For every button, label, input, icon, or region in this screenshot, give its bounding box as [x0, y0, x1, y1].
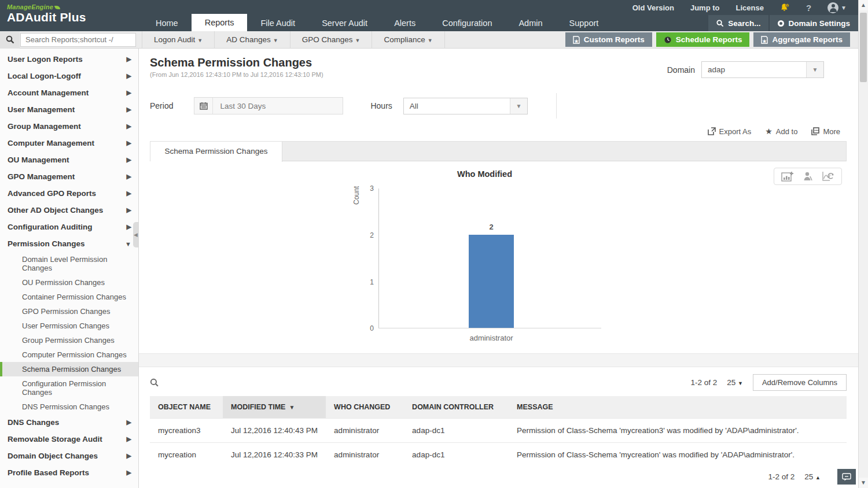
- global-search-button[interactable]: Search...: [708, 15, 768, 31]
- column-header-message[interactable]: MESSAGE: [509, 396, 847, 419]
- column-header-modified-time[interactable]: MODIFIED TIME▼: [223, 396, 326, 419]
- sidebar-item-computer-management[interactable]: Computer Management▶: [0, 135, 138, 151]
- report-search-icon[interactable]: [0, 31, 20, 49]
- period-value: Last 30 Days: [213, 102, 273, 110]
- nav-file-audit[interactable]: File Audit: [247, 15, 308, 31]
- section-divider: [139, 353, 858, 367]
- sidebar-item-schema-permission-changes[interactable]: Schema Permission Changes: [0, 362, 138, 376]
- sidebar-item-ou-permission-changes[interactable]: OU Permission Changes: [0, 275, 138, 290]
- export-as-button[interactable]: Export As: [708, 127, 752, 136]
- y-tick: 1: [362, 278, 374, 286]
- add-chart-icon[interactable]: [781, 171, 794, 182]
- user-menu[interactable]: ▼: [821, 2, 854, 13]
- domain-label: Domain: [667, 65, 695, 75]
- manageengine-logo-text: ManageEngine: [7, 3, 53, 10]
- menu-logon-audit[interactable]: Logon Audit▼: [142, 31, 214, 49]
- sidebar-item-computer-permission-changes[interactable]: Computer Permission Changes: [0, 347, 138, 362]
- license-link[interactable]: License: [729, 3, 771, 12]
- sidebar-item-gpo-permission-changes[interactable]: GPO Permission Changes: [0, 304, 138, 319]
- column-header-domain-controller[interactable]: DOMAIN CONTROLLER: [404, 396, 509, 419]
- jump-to-link[interactable]: Jump to: [683, 3, 727, 12]
- nav-home[interactable]: Home: [142, 15, 192, 31]
- sidebar-item-ou-management[interactable]: OU Management▶: [0, 151, 138, 168]
- page-size-select-bottom[interactable]: 25 ▲: [804, 472, 821, 481]
- scroll-down-icon[interactable]: ▼: [859, 478, 868, 488]
- page-size-select-top[interactable]: 25 ▼: [727, 378, 743, 387]
- menu-gpo-changes[interactable]: GPO Changes▼: [290, 31, 372, 49]
- sidebar-item-group-permission-changes[interactable]: Group Permission Changes: [0, 333, 138, 347]
- sidebar-item-other-ad-object-changes[interactable]: Other AD Object Changes▶: [0, 202, 138, 219]
- column-header-object-name[interactable]: OBJECT NAME: [150, 396, 223, 419]
- menu-compliance[interactable]: Compliance▼: [372, 31, 444, 49]
- triangle-down-icon: ▼: [738, 380, 743, 386]
- sidebar-collapse-handle[interactable]: ◀: [133, 222, 138, 247]
- sidebar-item-configuration-auditing[interactable]: Configuration Auditing▶: [0, 219, 138, 235]
- user-chart-icon[interactable]: [803, 171, 813, 182]
- chevron-down-icon: ▼: [806, 62, 823, 77]
- sidebar-item-gpo-management[interactable]: GPO Management▶: [0, 168, 138, 185]
- sidebar-item-user-logon-reports[interactable]: User Logon Reports▶: [0, 51, 138, 68]
- svg-text:0: 0: [786, 4, 788, 8]
- nav-admin[interactable]: Admin: [505, 15, 556, 31]
- sidebar-item-domain-level-permission-changes[interactable]: Domain Level Permission Changes: [0, 252, 138, 275]
- more-icon: [811, 127, 819, 135]
- nav-support[interactable]: Support: [556, 15, 612, 31]
- add-remove-columns-button[interactable]: Add/Remove Columns: [753, 374, 847, 391]
- sidebar-item-advanced-gpo-reports[interactable]: Advanced GPO Reports▶: [0, 185, 138, 202]
- feedback-chat-button[interactable]: [837, 469, 856, 485]
- divider: [556, 93, 557, 119]
- menu-ad-changes[interactable]: AD Changes▼: [214, 31, 289, 49]
- chevron-right-icon: ▶: [127, 435, 131, 443]
- refresh-chart-icon[interactable]: [822, 171, 834, 182]
- star-icon: ★: [765, 127, 773, 136]
- chevron-right-icon: ▶: [127, 89, 131, 97]
- sidebar-item-user-permission-changes[interactable]: User Permission Changes: [0, 319, 138, 333]
- report-file-icon: ★: [573, 36, 580, 44]
- sidebar-item-dns-permission-changes[interactable]: DNS Permission Changes: [0, 400, 138, 414]
- report-search-input[interactable]: [20, 33, 136, 47]
- hours-select[interactable]: All ▼: [403, 98, 528, 114]
- add-to-button[interactable]: ★ Add to: [765, 127, 797, 136]
- report-category-menu: Logon Audit▼ AD Changes▼ GPO Changes▼ Co…: [142, 31, 445, 49]
- notification-bell-icon[interactable]: 0: [773, 3, 797, 12]
- help-icon[interactable]: ?: [799, 3, 818, 13]
- period-picker[interactable]: Last 30 Days: [194, 97, 343, 114]
- nav-alerts[interactable]: Alerts: [381, 15, 429, 31]
- table-search-icon[interactable]: [150, 378, 159, 387]
- chevron-right-icon: ▶: [127, 56, 131, 63]
- custom-reports-button[interactable]: ★ Custom Reports: [565, 32, 652, 47]
- scroll-up-icon[interactable]: ▲: [859, 0, 868, 10]
- tab-schema-permission-changes[interactable]: Schema Permission Changes: [150, 142, 282, 162]
- domain-select[interactable]: adap ▼: [701, 61, 824, 78]
- cell-who-changed: administrator: [326, 443, 404, 467]
- x-tick-label: administrator: [445, 334, 538, 342]
- sidebar-item-dns-changes[interactable]: DNS Changes▶: [0, 414, 138, 431]
- chevron-down-icon: ▼: [125, 241, 131, 247]
- column-header-who-changed[interactable]: WHO CHANGED: [326, 396, 404, 419]
- sidebar-item-account-management[interactable]: Account Management▶: [0, 84, 138, 101]
- aggregate-reports-button[interactable]: ★ Aggregate Reports: [753, 32, 850, 47]
- sidebar-item-removable-storage-audit[interactable]: Removable Storage Audit▶: [0, 431, 138, 448]
- table-row[interactable]: mycreation3 Jul 12,2016 12:40:43 PM admi…: [150, 419, 847, 443]
- old-version-link[interactable]: Old Version: [626, 3, 681, 12]
- sidebar-item-container-permission-changes[interactable]: Container Permission Changes: [0, 290, 138, 304]
- more-button[interactable]: More: [811, 127, 840, 136]
- sidebar-item-local-logon-logoff[interactable]: Local Logon-Logoff▶: [0, 68, 138, 84]
- sidebar-item-profile-based-reports[interactable]: Profile Based Reports▶: [0, 464, 138, 481]
- sidebar-item-permission-changes[interactable]: Permission Changes▼: [0, 235, 138, 252]
- sidebar-item-user-management[interactable]: User Management▶: [0, 101, 138, 118]
- chart-bar[interactable]: [469, 235, 514, 328]
- sidebar-item-group-management[interactable]: Group Management▶: [0, 118, 138, 135]
- nav-reports[interactable]: Reports: [192, 14, 248, 31]
- sidebar-item-domain-object-changes[interactable]: Domain Object Changes▶: [0, 448, 138, 464]
- sidebar-item-configuration-permission-changes[interactable]: Configuration Permission Changes: [0, 376, 138, 400]
- table-row[interactable]: mycreation Jul 12,2016 12:40:33 PM admin…: [150, 443, 847, 467]
- domain-settings-button[interactable]: Domain Settings: [770, 15, 858, 31]
- chevron-right-icon: ▶: [127, 72, 131, 80]
- schedule-reports-button[interactable]: Schedule Reports: [656, 32, 750, 47]
- clock-icon: [664, 36, 672, 44]
- scrollbar-thumb[interactable]: [860, 13, 867, 82]
- vertical-scrollbar[interactable]: ▲ ▼: [858, 0, 868, 488]
- nav-configuration[interactable]: Configuration: [429, 15, 505, 31]
- nav-server-audit[interactable]: Server Audit: [308, 15, 381, 31]
